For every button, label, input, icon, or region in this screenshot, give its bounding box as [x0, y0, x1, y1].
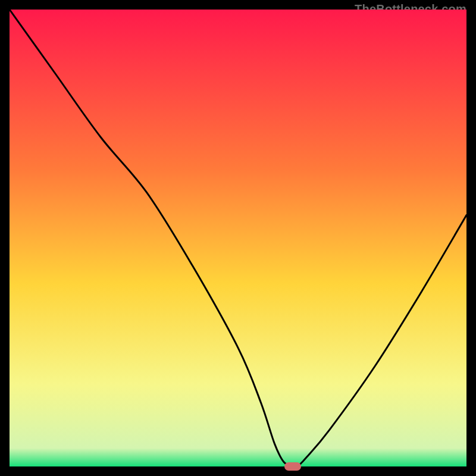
bottleneck-chart [10, 10, 466, 466]
chart-frame: TheBottleneck.com [10, 10, 466, 466]
gradient-background [10, 10, 466, 466]
optimal-point-marker [284, 462, 301, 471]
